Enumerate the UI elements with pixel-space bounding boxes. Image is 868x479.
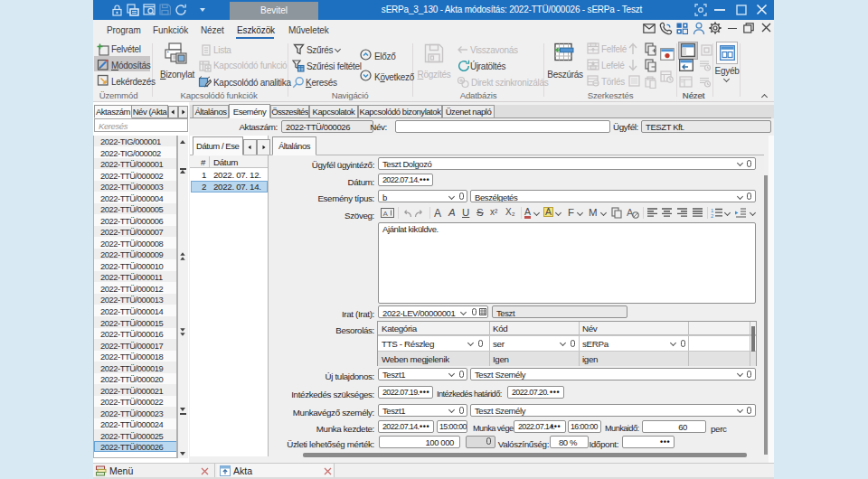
svg-text:2: 2 xyxy=(711,213,714,218)
svg-text:A: A xyxy=(383,210,389,218)
